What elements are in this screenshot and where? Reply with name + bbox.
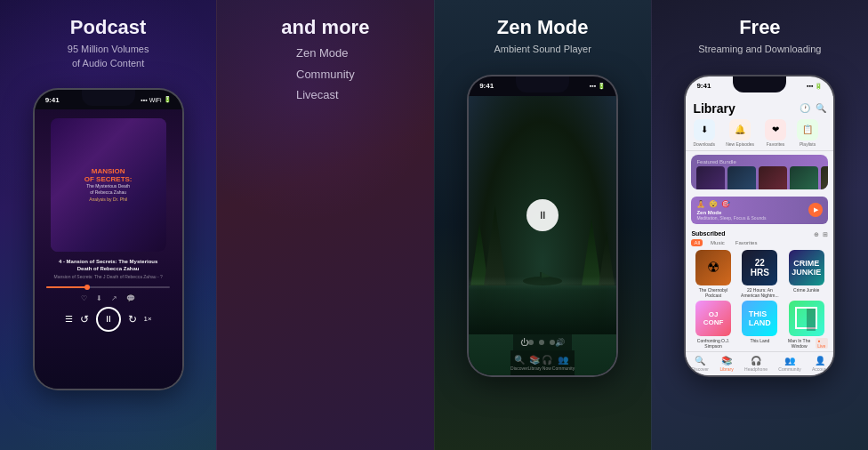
subscribed-section: Subscribed ⊕ ⊞ All Music Favorites ☢	[686, 228, 833, 351]
boat-svg	[520, 268, 565, 285]
panel-and-more: and more Zen Mode Community Livecast	[216, 0, 433, 450]
status-time: 9:41	[479, 82, 494, 90]
22hours-name: 22 Hours: An American Nightm...	[738, 287, 782, 298]
subscribed-title: Subscribed	[691, 230, 725, 237]
heart-icon[interactable]: ♡	[81, 294, 87, 302]
bundle-item-3	[759, 166, 787, 189]
tab-account[interactable]: 👤 Account	[812, 356, 828, 372]
search-icon[interactable]: 🔍	[816, 103, 826, 113]
land-cover: THISLAND	[742, 301, 777, 336]
speed-icon[interactable]: 1×	[144, 315, 152, 323]
bundle-item-4	[790, 166, 818, 189]
podcast-chernobyl[interactable]: ☢ The Chernobyl Podcast	[691, 250, 735, 298]
tree-3	[582, 219, 601, 285]
zen-icon-1: 🧘	[696, 200, 705, 208]
panel-zen-title: Zen Mode	[497, 16, 589, 39]
library-tab-icon: 📚	[721, 356, 732, 366]
player-actions: ♡ ⬇ ↗ 💬	[81, 294, 135, 302]
panel-more-features: Zen Mode Community Livecast	[296, 43, 355, 105]
new-episodes-icon: 🔔	[729, 119, 751, 141]
subscribed-tabs: All Music Favorites	[691, 239, 828, 246]
account-tab-icon: 👤	[815, 356, 825, 366]
panel-free: Free Streaming and Downloading 9:41 ▪▪▪ …	[651, 0, 868, 450]
library-phone-mockup: 9:41 ▪▪▪ 🔋 Library 🕐 🔍	[684, 75, 835, 377]
progress-bar	[46, 286, 170, 288]
tab-discover[interactable]: 🔍 Discover	[692, 356, 709, 372]
wifi-icon: WiFi	[149, 97, 162, 103]
status-icons: ▪▪▪ 🔋	[590, 83, 606, 90]
chernobyl-name: The Chernobyl Podcast	[691, 287, 735, 298]
grid-icon[interactable]: ⊞	[823, 231, 828, 238]
zen-bottom-nav: 🔍 Discover 📚 Library 🎧 Now 👥 Community	[510, 350, 575, 375]
skip-back-icon[interactable]: ↺	[80, 313, 89, 325]
headphone-tab-icon: 🎧	[751, 356, 761, 366]
signal-icon: ▪▪▪	[590, 83, 596, 89]
panel-podcast-subtitle: 95 Million Volumesof Audio Content	[68, 43, 149, 70]
chat-icon[interactable]: 💬	[126, 294, 135, 302]
tab-music[interactable]: Music	[708, 239, 727, 246]
downloads-item[interactable]: ⬇ Downloads	[693, 119, 715, 147]
zen-phone-mockup: 9:41 ▪▪▪ 🔋	[467, 75, 618, 377]
zen-banner-play-button[interactable]: ▶	[808, 203, 823, 217]
tab-headphone[interactable]: 🎧 Headphone	[744, 356, 768, 372]
battery-icon: 🔋	[815, 83, 823, 90]
window-name-row: Man In The Window ● Live	[784, 338, 828, 349]
podcast-22hours[interactable]: 22HRS 22 Hours: An American Nightm...	[738, 250, 782, 298]
oj-name: Confronting O.J. Simpson	[691, 338, 735, 349]
water	[469, 285, 616, 334]
playlists-label: Playlists	[800, 141, 816, 147]
nav-item-headphone[interactable]: 🎧 Now	[542, 355, 552, 371]
share-icon[interactable]: ↗	[111, 294, 117, 302]
track-subtitle: Mansion of Secrets: The J Death of Rebec…	[45, 274, 172, 279]
crime-cover: CRIMEJUNKIE	[789, 250, 824, 285]
playlists-icon: 📋	[797, 119, 818, 141]
podcast-oj[interactable]: OJCONF Confronting O.J. Simpson	[691, 301, 735, 349]
status-time: 9:41	[45, 96, 60, 104]
featured-bundle-title: Featured Bundle	[696, 159, 823, 165]
new-episodes-item[interactable]: 🔔 New Episodes	[726, 119, 754, 147]
feature-zen: Zen Mode	[296, 43, 355, 63]
nav-item-community[interactable]: 👥 Community	[552, 355, 575, 371]
phone-notch	[733, 76, 786, 92]
podcast-crime-junkie[interactable]: CRIMEJUNKIE Crime Junkie	[784, 250, 828, 298]
pause-button[interactable]: ⏸	[96, 307, 121, 332]
tab-favorites[interactable]: Favorites	[733, 239, 760, 246]
zen-mode-banner[interactable]: 🧘 😴 🎯 Zen Mode Meditation, Sleep, Focus …	[691, 197, 828, 224]
add-icon[interactable]: ⊕	[814, 231, 819, 238]
library-title: Library	[693, 101, 735, 116]
community-tab-icon: 👥	[784, 356, 795, 366]
library-label: Library	[528, 366, 542, 371]
headphone-icon: 🎧	[542, 355, 552, 365]
download-icon[interactable]: ⬇	[96, 294, 102, 302]
battery-icon: 🔋	[164, 96, 172, 103]
zen-play-icon: ▶	[814, 206, 818, 213]
library-title-row: Library 🕐 🔍	[693, 101, 826, 116]
phone-notch	[82, 90, 135, 106]
phone-notch	[516, 76, 569, 92]
podcast-this-land[interactable]: THISLAND This Land	[738, 301, 782, 349]
account-tab-label: Account	[812, 366, 828, 372]
zen-power-icon[interactable]: ⏻	[520, 338, 528, 347]
nav-item-library[interactable]: 📚 Library	[528, 355, 542, 371]
favorites-item[interactable]: ❤ Favorites	[765, 119, 786, 147]
playlists-item[interactable]: 📋 Playlists	[797, 119, 818, 147]
zen-pause-icon: ⏸	[537, 209, 548, 221]
tab-all[interactable]: All	[691, 239, 703, 246]
new-episodes-label: New Episodes	[726, 141, 754, 147]
tree-2	[484, 205, 506, 285]
status-icons: ▪▪▪ WiFi 🔋	[141, 96, 171, 103]
community-label: Community	[552, 366, 575, 371]
podcast-grid: ☢ The Chernobyl Podcast 22HRS 22 Hours: …	[691, 250, 828, 349]
menu-icon[interactable]: ☰	[65, 314, 73, 324]
skip-forward-icon[interactable]: ↻	[128, 313, 137, 325]
album-art: MANSIONof SECRETS: The Mysterious Deatho…	[51, 118, 166, 252]
clock-icon[interactable]: 🕐	[800, 103, 810, 113]
dot-1	[528, 340, 534, 345]
zen-controls: ⏻ 🔊	[513, 334, 572, 350]
nav-item-discover[interactable]: 🔍 Discover	[510, 355, 527, 371]
tab-community[interactable]: 👥 Community	[778, 356, 800, 372]
zen-volume-icon[interactable]: 🔊	[555, 338, 565, 347]
tab-library-active[interactable]: 📚 Library	[719, 356, 733, 372]
zen-pause-button[interactable]: ⏸	[526, 199, 559, 231]
podcast-window[interactable]: Man In The Window ● Live	[784, 301, 828, 349]
